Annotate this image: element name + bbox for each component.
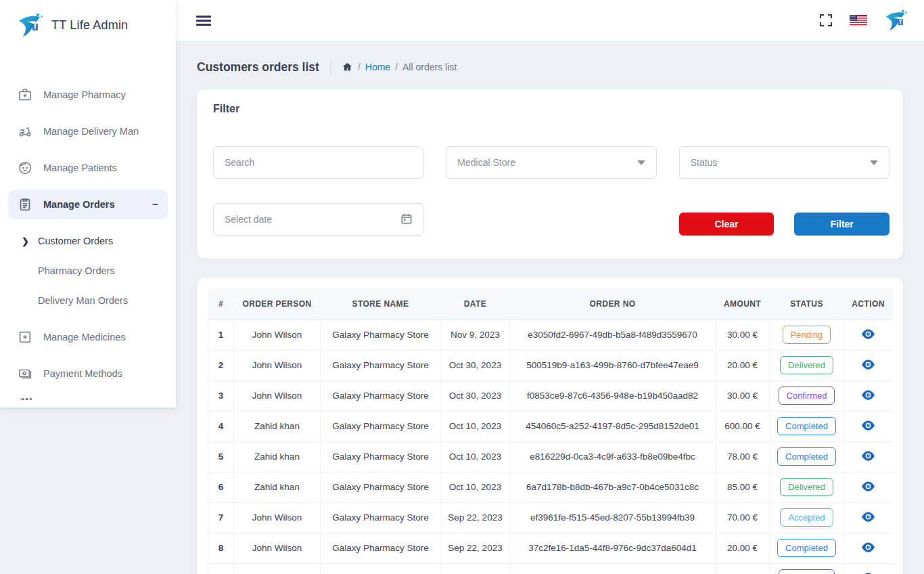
order-date-cell: Nov 9, 2023 xyxy=(441,319,510,350)
view-order-button[interactable] xyxy=(860,328,876,343)
table-row: 4Zahid khanGalaxy Pharmacy StoreOct 10, … xyxy=(208,411,893,441)
status-badge: Pending xyxy=(783,326,831,344)
brand-title: TT Life Admin xyxy=(51,18,128,32)
patient-face-icon xyxy=(18,160,32,175)
order-person-cell: John Wilson xyxy=(234,502,321,533)
order-no-cell: e3050fd2-6967-49db-b5a8-f489d3559670 xyxy=(510,319,716,350)
order-no-cell: 6a7d178b-b8db-467b-a9c7-0b4ce5031c8c xyxy=(510,472,716,502)
status-badge: Confirmed xyxy=(779,387,835,405)
table-row: 7John WilsonGalaxy Pharmacy StoreSep 22,… xyxy=(208,502,893,533)
view-order-button[interactable] xyxy=(860,358,876,373)
hamburger-menu-icon[interactable] xyxy=(196,14,211,28)
orders-clipboard-icon xyxy=(18,197,32,212)
sidebar-item-manage-medicines[interactable]: Manage Medicines xyxy=(8,322,168,352)
sidebar-menu: Manage Pharmacy Manage Delivery Man Mana… xyxy=(0,80,176,401)
order-no-cell: 9e6e5d33-025a-4e29-9d96-593fe22feee9 xyxy=(510,563,716,574)
column-header-person: ORDER PERSON xyxy=(234,288,321,319)
view-order-button[interactable] xyxy=(860,541,876,556)
delivery-scooter-icon xyxy=(18,124,32,139)
sidebar-item-manage-pharmacy[interactable]: Manage Pharmacy xyxy=(8,80,168,110)
status-badge: Delivered xyxy=(780,478,833,496)
chevron-right-icon: ❯ xyxy=(22,236,31,246)
sidebar-subitem-pharmacy-orders[interactable]: ❯ Pharmacy Orders xyxy=(0,256,176,286)
order-no-cell: 37c2fe16-1da5-44f8-976c-9dc37da604d1 xyxy=(510,533,716,563)
sidebar-subitem-label: Pharmacy Orders xyxy=(38,265,115,276)
breadcrumb-home-link[interactable]: Home xyxy=(365,62,390,72)
sidebar-item-manage-orders[interactable]: Manage Orders – xyxy=(8,190,168,219)
order-no-cell: ef3961fe-f515-45ed-8207-55b13994fb39 xyxy=(510,502,716,533)
table-row: 8John WilsonGalaxy Pharmacy StoreSep 22,… xyxy=(208,533,893,563)
chevron-down-icon xyxy=(870,160,878,165)
orders-table-card: # ORDER PERSON STORE NAME DATE ORDER NO … xyxy=(197,278,903,574)
status-badge: Completed xyxy=(777,447,836,466)
order-status-cell: Confirmed xyxy=(770,563,844,574)
fullscreen-icon[interactable] xyxy=(820,14,832,26)
sidebar-subitem-delivery-man-orders[interactable]: ❯ Delivery Man Orders xyxy=(0,286,176,315)
eye-icon xyxy=(862,390,875,400)
sidebar-item-manage-delivery-man[interactable]: Manage Delivery Man xyxy=(8,116,168,146)
filter-button[interactable]: Filter xyxy=(794,213,890,236)
order-status-cell: Pending xyxy=(770,319,844,350)
table-row: 5Zahid khanGalaxy Pharmacy StoreOct 10, … xyxy=(208,441,893,472)
payment-card-icon xyxy=(18,366,32,381)
order-action-cell xyxy=(844,533,893,563)
sidebar-subitem-customer-orders[interactable]: ❯ Customer Orders xyxy=(0,226,176,256)
order-no-cell: 454060c5-a252-4197-8d5c-295d8152de01 xyxy=(510,411,716,441)
order-status-cell: Completed xyxy=(770,441,844,472)
order-amount-cell: 78.00 € xyxy=(716,441,770,472)
order-no-cell: e816229d-0ca3-4c9f-a633-fb8e09be4fbc xyxy=(510,441,716,472)
order-action-cell xyxy=(844,350,893,380)
sidebar-item-label: Manage Patients xyxy=(43,162,117,173)
order-action-cell xyxy=(844,411,893,441)
order-date-cell: Oct 30, 2023 xyxy=(441,380,510,411)
view-order-button[interactable] xyxy=(860,449,876,464)
store-name-cell: Galaxy Pharmacy Store xyxy=(321,411,441,441)
order-number-cell: 7 xyxy=(208,502,234,533)
view-order-button[interactable] xyxy=(860,571,876,574)
calendar-icon[interactable] xyxy=(400,213,413,225)
status-badge: Completed xyxy=(777,417,836,435)
order-date-cell: Oct 30, 2023 xyxy=(441,350,510,380)
breadcrumb-separator: / xyxy=(358,62,361,72)
sidebar-item-partial-icon xyxy=(20,398,32,401)
order-number-cell: 2 xyxy=(208,350,234,380)
us-flag-icon[interactable] xyxy=(850,15,867,26)
order-status-cell: Accepted xyxy=(770,502,844,533)
status-badge: Delivered xyxy=(780,356,833,374)
brand-logo-icon xyxy=(18,12,43,38)
view-order-button[interactable] xyxy=(860,480,876,495)
order-date-cell: Sep 22, 2023 xyxy=(441,533,510,563)
profile-logo-avatar[interactable] xyxy=(885,9,908,32)
view-order-button[interactable] xyxy=(860,419,876,434)
table-row: 9Steve RogersGalaxy Pharmacy StoreSep 21… xyxy=(208,563,893,574)
search-input[interactable] xyxy=(213,146,423,179)
clear-button[interactable]: Clear xyxy=(679,213,775,236)
order-date-cell: Sep 22, 2023 xyxy=(441,502,510,533)
order-number-cell: 3 xyxy=(208,380,234,411)
order-amount-cell: 30.00 € xyxy=(716,319,770,350)
table-row: 2John WilsonGalaxy Pharmacy StoreOct 30,… xyxy=(208,350,893,380)
column-header-status: STATUS xyxy=(770,288,844,319)
eye-icon xyxy=(862,542,875,552)
order-amount-cell: 30.00 € xyxy=(716,380,770,411)
order-amount-cell: 20.00 € xyxy=(716,533,770,563)
filter-card: Filter Medical Store Status xyxy=(197,89,903,259)
collapse-minus-icon[interactable]: – xyxy=(152,198,158,211)
status-select[interactable]: Status xyxy=(679,146,890,179)
medical-store-select[interactable]: Medical Store xyxy=(446,146,656,179)
main-content: Customers orders list / Home / All order… xyxy=(176,41,924,574)
order-action-cell xyxy=(844,441,893,472)
view-order-button[interactable] xyxy=(860,510,876,525)
eye-icon xyxy=(862,481,875,491)
store-name-cell: Galaxy Pharmacy Store xyxy=(321,533,441,563)
order-status-cell: Confirmed xyxy=(770,380,844,411)
sidebar-item-manage-patients[interactable]: Manage Patients xyxy=(8,153,168,183)
brand[interactable]: TT Life Admin xyxy=(0,0,176,41)
date-input[interactable] xyxy=(213,203,423,236)
home-icon[interactable] xyxy=(342,62,353,72)
breadcrumb: Customers orders list / Home / All order… xyxy=(197,60,924,74)
column-header-amount: AMOUNT xyxy=(716,288,770,319)
sidebar-item-payment-methods[interactable]: Payment Methods xyxy=(8,359,168,389)
store-name-cell: Galaxy Pharmacy Store xyxy=(321,563,441,574)
view-order-button[interactable] xyxy=(860,389,876,403)
